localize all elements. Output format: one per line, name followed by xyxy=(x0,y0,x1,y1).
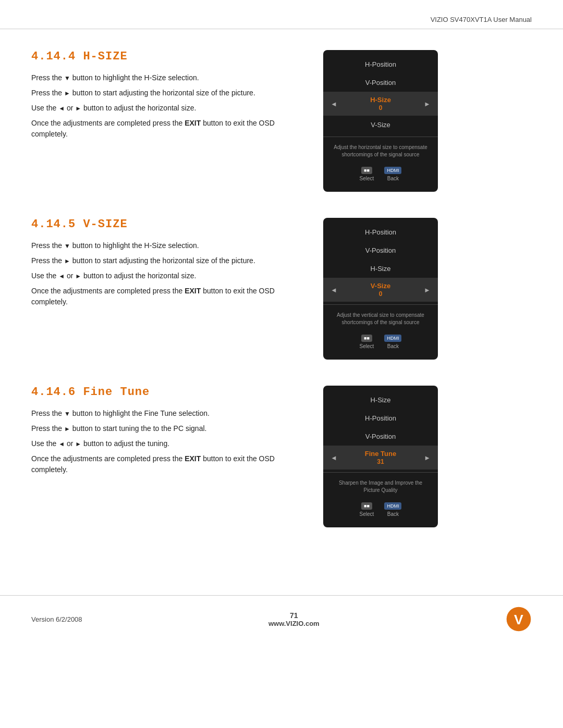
vsize-para-4: Once the adjustments are completed press… xyxy=(31,286,308,307)
osd-desc-3: Sharpen the Image and Improve the Pictur… xyxy=(323,475,438,498)
section-finetune-text: 4.14.6 Fine Tune Press the ▼ button to h… xyxy=(31,386,323,527)
osd-item-vposition-1: V-Position xyxy=(323,73,438,92)
osd-back-icon-2: HDMI xyxy=(384,335,401,342)
osd-right-arrow-1: ► xyxy=(424,100,431,108)
osd-item-vposition-2: V-Position xyxy=(323,241,438,260)
osd-footer-1: ■■ Select HDMI Back xyxy=(323,163,438,187)
vizio-logo-icon: V xyxy=(506,606,532,632)
hsize-para-3: Use the ◄ or ► button to adjust the hori… xyxy=(31,103,308,114)
osd-panel-hsize: H-Position V-Position ◄ H-Size0 ► V-Size… xyxy=(323,50,438,192)
osd-right-arrow-3: ► xyxy=(424,454,431,462)
osd-select-label-1: Select xyxy=(360,176,374,181)
osd-select-btn-2: ■■ Select xyxy=(360,335,374,349)
finetune-para-3: Use the ◄ or ► button to adjust the tuni… xyxy=(31,438,308,449)
content-area: 4.14.4 H-SIZE Press the ▼ button to high… xyxy=(0,40,563,585)
section-hsize-heading: 4.14.4 H-SIZE xyxy=(31,50,308,63)
osd-panel-finetune: H-Size H-Position V-Position ◄ Fine Tune… xyxy=(323,386,438,527)
osd-item-hposition-3: H-Position xyxy=(323,409,438,427)
manual-title: VIZIO SV470XVT1A User Manual xyxy=(431,16,532,23)
osd-item-vsize-1: V-Size xyxy=(323,116,438,134)
hsize-para-1: Press the ▼ button to highlight the H-Si… xyxy=(31,72,308,83)
finetune-para-4: Once the adjustments are completed press… xyxy=(31,453,308,475)
finetune-para-1: Press the ▼ button to highlight the Fine… xyxy=(31,408,308,419)
osd-left-arrow-2: ◄ xyxy=(331,286,337,294)
osd-select-icon-3: ■■ xyxy=(361,502,372,510)
section-vsize: 4.14.5 V-SIZE Press the ▼ button to high… xyxy=(31,218,532,360)
page-footer: Version 6/2/2008 71 www.VIZIO.com V xyxy=(0,595,563,643)
osd-vsize-label: V-Size0 xyxy=(371,282,390,298)
osd-back-label-3: Back xyxy=(387,511,399,517)
osd-item-hsize-2: H-Size xyxy=(323,260,438,278)
osd-back-icon-1: HDMI xyxy=(384,167,401,174)
section-hsize: 4.14.4 H-SIZE Press the ▼ button to high… xyxy=(31,50,532,192)
section-vsize-heading: 4.14.5 V-SIZE xyxy=(31,218,308,231)
osd-right-arrow-2: ► xyxy=(424,286,431,294)
osd-back-btn-2: HDMI Back xyxy=(384,335,401,349)
osd-finetune-value: 31 xyxy=(377,458,384,465)
footer-center: 71 www.VIZIO.com xyxy=(82,611,506,627)
section-finetune: 4.14.6 Fine Tune Press the ▼ button to h… xyxy=(31,386,532,527)
osd-item-hposition-2: H-Position xyxy=(323,223,438,241)
osd-select-icon-2: ■■ xyxy=(361,335,372,342)
page-header: VIZIO SV470XVT1A User Manual xyxy=(0,0,563,29)
osd-divider-2 xyxy=(323,304,438,305)
osd-footer-3: ■■ Select HDMI Back xyxy=(323,498,438,522)
osd-vsize-value: 0 xyxy=(379,290,383,298)
osd-select-icon-1: ■■ xyxy=(361,167,372,174)
osd-left-arrow-3: ◄ xyxy=(331,454,337,462)
section-finetune-heading: 4.14.6 Fine Tune xyxy=(31,386,308,399)
footer-version: Version 6/2/2008 xyxy=(31,615,82,623)
osd-select-label-3: Select xyxy=(360,511,374,517)
footer-website: www.VIZIO.com xyxy=(82,620,506,627)
osd-finetune-label: Fine Tune31 xyxy=(365,450,396,465)
hsize-para-2: Press the ► button to start adjusting th… xyxy=(31,88,308,98)
finetune-para-2: Press the ► button to start tuning the t… xyxy=(31,423,308,434)
osd-desc-1: Adjust the horizontal size to compensate… xyxy=(323,140,438,163)
svg-text:V: V xyxy=(514,612,523,627)
osd-back-btn-3: HDMI Back xyxy=(384,502,401,517)
osd-item-finetune-active: ◄ Fine Tune31 ► xyxy=(323,446,438,470)
osd-back-label-1: Back xyxy=(387,176,399,181)
section-hsize-text: 4.14.4 H-SIZE Press the ▼ button to high… xyxy=(31,50,323,192)
osd-back-icon-3: HDMI xyxy=(384,502,401,510)
section-vsize-text: 4.14.5 V-SIZE Press the ▼ button to high… xyxy=(31,218,323,360)
vsize-para-3: Use the ◄ or ► button to adjust the hori… xyxy=(31,270,308,281)
osd-select-btn-3: ■■ Select xyxy=(360,502,374,517)
osd-hsize-label: H-Size0 xyxy=(370,96,391,112)
osd-item-hsize-active: ◄ H-Size0 ► xyxy=(323,92,438,116)
osd-divider-1 xyxy=(323,137,438,137)
osd-item-hposition-1: H-Position xyxy=(323,55,438,73)
hsize-para-4: Once the adjustments are completed press… xyxy=(31,118,308,140)
vsize-para-1: Press the ▼ button to highlight the H-Si… xyxy=(31,240,308,251)
osd-item-vsize-active: ◄ V-Size0 ► xyxy=(323,278,438,302)
osd-item-vposition-3: V-Position xyxy=(323,427,438,446)
osd-item-hsize-3: H-Size xyxy=(323,391,438,409)
osd-back-label-2: Back xyxy=(387,343,399,349)
osd-footer-2: ■■ Select HDMI Back xyxy=(323,330,438,354)
osd-desc-2: Adjust the vertical size to compensate s… xyxy=(323,307,438,330)
footer-page-number: 71 xyxy=(82,611,506,620)
osd-panel-vsize: H-Position V-Position H-Size ◄ V-Size0 ►… xyxy=(323,218,438,360)
osd-hsize-value: 0 xyxy=(379,104,383,112)
osd-back-btn-1: HDMI Back xyxy=(384,167,401,181)
vsize-para-2: Press the ► button to start adjusting th… xyxy=(31,255,308,266)
osd-divider-3 xyxy=(323,472,438,473)
osd-select-label-2: Select xyxy=(360,343,374,349)
osd-select-btn-1: ■■ Select xyxy=(360,167,374,181)
osd-left-arrow-1: ◄ xyxy=(331,100,337,108)
